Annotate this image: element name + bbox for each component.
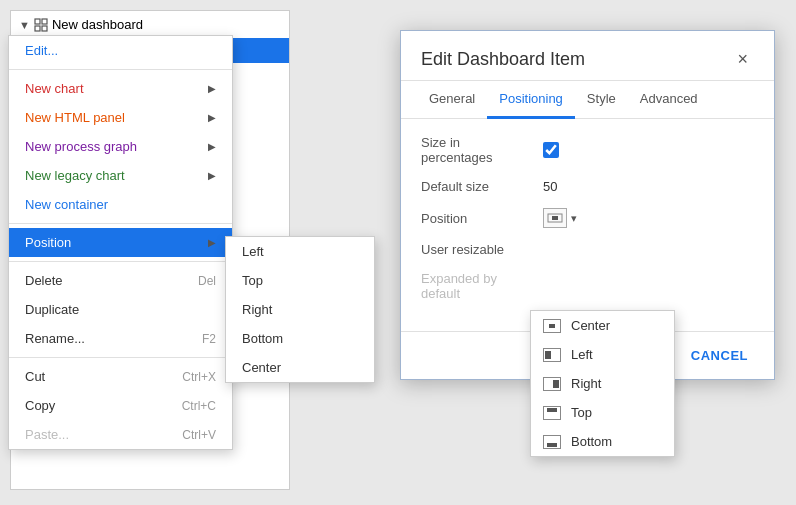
position-dropdown-arrow: ▾ — [571, 212, 577, 225]
dialog-header: Edit Dashboard Item × — [401, 31, 774, 81]
pos-center-icon — [543, 319, 561, 333]
pos-bottom-icon — [543, 435, 561, 449]
position-dropdown-item-bottom[interactable]: Bottom — [531, 427, 674, 456]
menu-divider-2 — [9, 223, 232, 224]
menu-item-edit[interactable]: Edit... — [9, 36, 232, 65]
menu-item-duplicate[interactable]: Duplicate — [9, 295, 232, 324]
dialog-title: Edit Dashboard Item — [421, 49, 585, 70]
submenu-item-left[interactable]: Left — [226, 237, 374, 266]
tab-style[interactable]: Style — [575, 81, 628, 119]
submenu-item-right[interactable]: Right — [226, 295, 374, 324]
svg-rect-10 — [552, 216, 558, 220]
pos-right-icon — [543, 377, 561, 391]
menu-divider-3 — [9, 261, 232, 262]
size-in-percentages-label: Size in percentages — [421, 135, 531, 165]
tab-general[interactable]: General — [417, 81, 487, 119]
field-row-default-size: Default size 50 — [421, 179, 754, 194]
field-row-position: Position ▾ — [421, 208, 754, 228]
dialog-close-button[interactable]: × — [731, 47, 754, 72]
cancel-button[interactable]: CANCEL — [681, 342, 758, 369]
dashboard-icon — [34, 18, 48, 32]
dialog-tabs: General Positioning Style Advanced — [401, 81, 774, 119]
tab-advanced[interactable]: Advanced — [628, 81, 710, 119]
menu-divider-1 — [9, 69, 232, 70]
menu-item-new-chart[interactable]: New chart — [9, 74, 232, 103]
position-selector[interactable]: ▾ — [543, 208, 577, 228]
size-in-percentages-checkbox[interactable] — [543, 142, 559, 158]
menu-item-paste[interactable]: Paste... Ctrl+V — [9, 420, 232, 449]
pos-left-icon — [543, 348, 561, 362]
pos-top-icon — [543, 406, 561, 420]
position-icon-center — [543, 208, 567, 228]
svg-rect-2 — [35, 26, 40, 31]
svg-rect-1 — [42, 19, 47, 24]
menu-item-delete[interactable]: Delete Del — [9, 266, 232, 295]
svg-rect-0 — [35, 19, 40, 24]
position-dropdown-item-top[interactable]: Top — [531, 398, 674, 427]
position-dropdown-item-center[interactable]: Center — [531, 311, 674, 340]
field-row-size-in-percentages: Size in percentages — [421, 135, 754, 165]
position-label: Position — [421, 211, 531, 226]
submenu-item-center[interactable]: Center — [226, 353, 374, 382]
dialog-content: Size in percentages Default size 50 Posi… — [401, 119, 774, 331]
field-row-expanded-by-default: Expanded by default — [421, 271, 754, 301]
menu-item-new-html[interactable]: New HTML panel — [9, 103, 232, 132]
menu-item-new-process[interactable]: New process graph — [9, 132, 232, 161]
tree-header: ▼ New dashboard — [11, 11, 289, 38]
menu-item-rename[interactable]: Rename... F2 — [9, 324, 232, 353]
submenu-item-top[interactable]: Top — [226, 266, 374, 295]
dashboard-label: New dashboard — [52, 17, 143, 32]
position-dropdown-item-left[interactable]: Left — [531, 340, 674, 369]
position-dropdown-popup: Center Left Right Top Bottom — [530, 310, 675, 457]
default-size-value: 50 — [543, 179, 557, 194]
field-row-user-resizable: User resizable — [421, 242, 754, 257]
expanded-by-default-label: Expanded by default — [421, 271, 531, 301]
menu-item-position[interactable]: Position — [9, 228, 232, 257]
tab-positioning[interactable]: Positioning — [487, 81, 575, 119]
context-menu: Edit... New chart New HTML panel New pro… — [8, 35, 233, 450]
menu-item-cut[interactable]: Cut Ctrl+X — [9, 362, 232, 391]
position-dropdown-item-right[interactable]: Right — [531, 369, 674, 398]
svg-rect-3 — [42, 26, 47, 31]
default-size-label: Default size — [421, 179, 531, 194]
menu-divider-4 — [9, 357, 232, 358]
user-resizable-label: User resizable — [421, 242, 531, 257]
menu-item-new-container[interactable]: New container — [9, 190, 232, 219]
position-submenu: Left Top Right Bottom Center — [225, 236, 375, 383]
expand-icon: ▼ — [19, 19, 30, 31]
menu-item-copy[interactable]: Copy Ctrl+C — [9, 391, 232, 420]
menu-item-new-legacy[interactable]: New legacy chart — [9, 161, 232, 190]
submenu-item-bottom[interactable]: Bottom — [226, 324, 374, 353]
